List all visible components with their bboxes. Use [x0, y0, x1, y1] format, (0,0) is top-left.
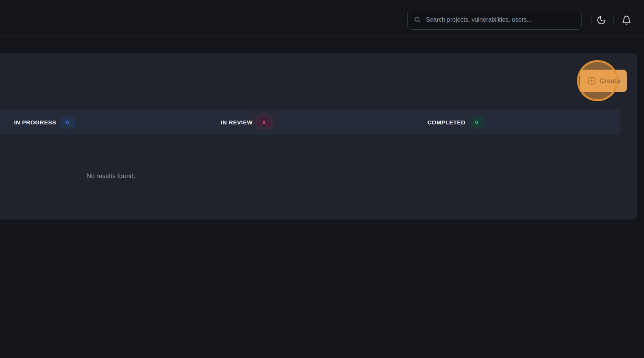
- theme-toggle-button[interactable]: [596, 15, 607, 25]
- app-screen: Create IN PROGRESS 0 IN REVIEW 0 COMPLET…: [0, 0, 644, 358]
- board-column-completed: COMPLETED 0: [413, 110, 620, 135]
- create-button-label: Create: [600, 77, 620, 85]
- search-input[interactable]: [426, 16, 575, 23]
- column-label: IN PROGRESS: [14, 119, 56, 126]
- column-count-badge: 0: [257, 117, 271, 127]
- topbar-divider: [613, 14, 614, 25]
- column-count-badge: 0: [470, 117, 483, 127]
- moon-icon: [596, 15, 606, 25]
- column-label: COMPLETED: [427, 119, 465, 126]
- empty-state-message: No results found.: [86, 172, 135, 180]
- board-column-in-progress: IN PROGRESS 0: [0, 110, 207, 135]
- board-panel: [0, 53, 637, 220]
- search-icon: [414, 16, 421, 24]
- column-label: IN REVIEW: [221, 119, 253, 126]
- bell-icon: [622, 15, 631, 25]
- column-count-badge: 0: [61, 117, 74, 127]
- notifications-button[interactable]: [621, 15, 632, 25]
- topbar-divider: [591, 14, 591, 25]
- board-column-in-review: IN REVIEW 0: [207, 110, 413, 135]
- create-button[interactable]: Create: [580, 70, 627, 92]
- global-search[interactable]: [407, 10, 582, 30]
- board-status-row: IN PROGRESS 0 IN REVIEW 0 COMPLETED 0: [0, 110, 620, 135]
- topbar: [0, 0, 644, 37]
- plus-icon: [587, 76, 596, 86]
